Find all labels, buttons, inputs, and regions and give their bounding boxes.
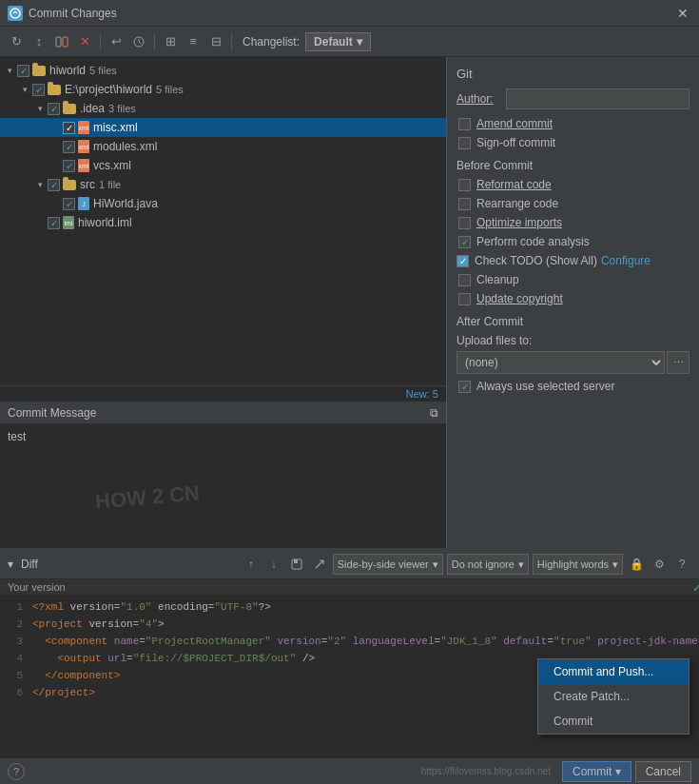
item-name-hiworld-iml: hiworld.iml: [78, 216, 132, 229]
perform-code-analysis-label: Perform code analysis: [476, 235, 590, 248]
diff-version-label: Your version: [0, 579, 699, 595]
diff-line-1: 1 <?xml version="1.0" encoding="UTF-8"?>: [0, 598, 699, 616]
cancel-button[interactable]: Cancel: [635, 761, 691, 782]
update-copyright-row: Update copyright: [456, 292, 689, 305]
view-button[interactable]: ⊞: [160, 31, 181, 52]
amend-commit-checkbox[interactable]: [458, 118, 471, 130]
arrow-project: ▾: [19, 84, 30, 95]
item-name-vcs-xml: vcs.xml: [93, 159, 131, 172]
diff-help-button[interactable]: ?: [672, 555, 691, 574]
move-button[interactable]: ↕: [29, 31, 49, 52]
perform-code-analysis-checkbox[interactable]: ✓: [458, 236, 471, 248]
sign-off-commit-checkbox[interactable]: [458, 137, 471, 149]
tree-item-hiworld-iml[interactable]: ▾ ✓ iml hiworld.iml: [0, 213, 446, 232]
diff-up-button[interactable]: ↑: [242, 555, 261, 574]
item-name-misc-xml: misc.xml: [93, 121, 138, 134]
changelist-default-button[interactable]: Default ▾: [305, 32, 371, 51]
diff-header: ▾ Diff ↑ ↓ Side-by-side viewer ▾ Do not …: [0, 550, 699, 579]
checkbox-hiworld[interactable]: ✓: [17, 65, 29, 77]
xml-icon-misc: xml: [78, 121, 89, 134]
window-title: Commit Changes: [29, 7, 674, 20]
group-button[interactable]: ⊟: [205, 31, 226, 52]
undo-button[interactable]: ↩: [106, 31, 126, 52]
rearrange-code-checkbox[interactable]: [458, 198, 471, 210]
tree-item-idea[interactable]: ▾ ✓ .idea 3 files: [0, 99, 446, 118]
configure-link[interactable]: Configure: [601, 254, 650, 267]
bottom-right: https://flilovemss.blog.csdn.net Commit …: [421, 761, 691, 782]
diff-open-button[interactable]: [310, 555, 329, 574]
author-input[interactable]: [506, 88, 689, 109]
watermark-url: https://flilovemss.blog.csdn.net: [421, 766, 551, 776]
delete-button[interactable]: ✕: [74, 31, 95, 52]
refresh-button[interactable]: ↻: [6, 31, 27, 52]
check-todo-checkbox[interactable]: ✓: [456, 255, 469, 267]
arrow-src: ▾: [34, 179, 46, 190]
git-author-field: Author:: [456, 88, 689, 109]
tree-item-src[interactable]: ▾ ✓ src 1 file: [0, 175, 446, 194]
checkbox-modules-xml[interactable]: ✓: [63, 141, 75, 153]
arrow-idea: ▾: [34, 103, 46, 114]
bottom-bar: ? https://flilovemss.blog.csdn.net Commi…: [0, 757, 699, 784]
svg-rect-5: [294, 559, 298, 563]
viewer-dropdown[interactable]: Side-by-side viewer ▾: [333, 554, 443, 575]
create-patch-item[interactable]: Create Patch...: [538, 684, 689, 709]
diff-save-button[interactable]: [287, 555, 306, 574]
diff-button[interactable]: [51, 31, 72, 52]
checkbox-misc-xml[interactable]: ✓: [63, 122, 75, 134]
diff-ok-indicator: ✓: [690, 579, 699, 597]
checkbox-project[interactable]: ✓: [32, 84, 45, 96]
checkbox-vcs-xml[interactable]: ✓: [63, 160, 75, 172]
checkbox-hiworld-iml[interactable]: ✓: [48, 217, 60, 229]
toolbar-separator-3: [231, 33, 232, 50]
cleanup-checkbox[interactable]: [458, 274, 471, 286]
update-copyright-label: Update copyright: [476, 292, 563, 305]
upload-select[interactable]: (none): [456, 351, 665, 374]
item-name-hiworld-java: HiWorld.java: [93, 197, 158, 210]
reformat-code-checkbox[interactable]: [458, 179, 471, 191]
tree-item-hiworld-java[interactable]: ▾ ✓ J HiWorld.java: [0, 194, 446, 213]
folder-icon-src: [63, 180, 76, 190]
upload-settings-button[interactable]: ⋯: [667, 351, 689, 374]
rearrange-code-label: Rearrange code: [476, 197, 558, 210]
check-todo-row: ✓ Check TODO (Show All) Configure: [456, 254, 689, 267]
after-commit-title: After Commit: [456, 315, 689, 328]
item-name-hiworld: hiworld: [49, 64, 86, 77]
diff-down-button[interactable]: ↓: [264, 555, 283, 574]
tree-item-vcs-xml[interactable]: ▾ ✓ xml vcs.xml: [0, 156, 446, 175]
checkbox-src[interactable]: ✓: [48, 179, 60, 191]
commit-and-push-item[interactable]: Commit and Push...: [538, 659, 689, 684]
optimize-imports-label: Optimize imports: [476, 216, 562, 229]
tree-item-modules-xml[interactable]: ▾ ✓ xml modules.xml: [0, 137, 446, 156]
git-panel-title: Git: [456, 67, 689, 81]
commit-message-header: Commit Message ⧉: [0, 402, 446, 424]
commit-item[interactable]: Commit: [538, 709, 689, 734]
diff-settings-button[interactable]: ⚙: [650, 555, 669, 574]
checkbox-idea[interactable]: ✓: [48, 103, 60, 115]
tree-item-misc-xml[interactable]: ▾ ✓ xml misc.xml: [0, 118, 446, 137]
sign-off-commit-label: Sign-off commit: [476, 136, 555, 149]
toolbar: ↻ ↕ ✕ ↩ ⊞ ≡ ⊟ Changelist: Default ▾: [0, 27, 699, 57]
tree-item-hiworld[interactable]: ▾ ✓ hiworld 5 files: [0, 61, 446, 80]
diff-lock-button[interactable]: 🔒: [627, 555, 646, 574]
svg-point-0: [10, 9, 20, 18]
highlight-dropdown[interactable]: Highlight words ▾: [533, 554, 623, 575]
sort-button[interactable]: ≡: [183, 31, 204, 52]
help-button[interactable]: ?: [8, 763, 25, 780]
git-panel: Git Author: Amend commit Sign-off commit: [447, 57, 699, 548]
item-name-project: E:\project\hiworld: [65, 83, 152, 96]
tree-item-project[interactable]: ▾ ✓ E:\project\hiworld 5 files: [0, 80, 446, 99]
commit-button[interactable]: Commit ▾: [562, 761, 631, 782]
commit-dropdown-menu: Commit and Push... Create Patch... Commi…: [537, 658, 689, 735]
commit-message-input[interactable]: test: [0, 424, 446, 519]
optimize-imports-checkbox[interactable]: [458, 217, 471, 229]
update-copyright-checkbox[interactable]: [458, 293, 471, 305]
history-button[interactable]: [128, 31, 149, 52]
java-icon: J: [78, 197, 89, 210]
ignore-dropdown[interactable]: Do not ignore ▾: [447, 554, 529, 575]
always-use-server-checkbox[interactable]: ✓: [458, 381, 471, 393]
close-button[interactable]: ✕: [674, 5, 691, 22]
checkbox-hiworld-java[interactable]: ✓: [63, 198, 75, 210]
commit-message-title: Commit Message: [8, 406, 96, 420]
before-commit-title: Before Commit: [456, 159, 689, 172]
commit-message-icon[interactable]: ⧉: [430, 406, 438, 420]
